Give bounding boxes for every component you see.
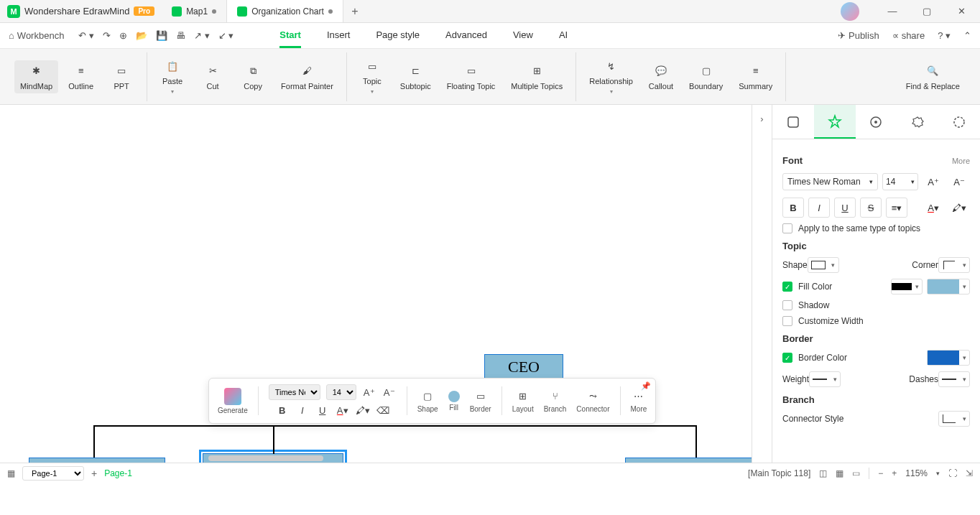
user-avatar[interactable] xyxy=(841,2,859,21)
pages-icon[interactable]: ▦ xyxy=(7,468,15,478)
node-ceo[interactable]: CEO xyxy=(484,354,563,380)
shadow-checkbox[interactable]: Shadow xyxy=(782,300,970,310)
active-page-label[interactable]: Page-1 xyxy=(104,468,132,478)
zoom-out-button[interactable]: − xyxy=(878,468,883,478)
ft-connector[interactable]: ⤳Connector xyxy=(573,389,612,413)
panel-tab-topic[interactable] xyxy=(772,105,814,139)
more-link[interactable]: More xyxy=(952,157,970,165)
undo-icon[interactable]: ↶ ▾ xyxy=(78,30,94,41)
relationship-button[interactable]: ↯Relationship▾ xyxy=(583,55,639,98)
font-color-icon[interactable]: A▾ xyxy=(336,403,350,417)
ft-layout[interactable]: ⊞Layout xyxy=(509,389,537,413)
tab-organization-chart[interactable]: Organization Chart xyxy=(227,0,343,22)
collapse-ribbon-icon[interactable]: ⌃ xyxy=(963,30,971,41)
bold-icon[interactable]: B xyxy=(275,403,290,417)
maximize-button[interactable]: ▢ xyxy=(911,1,943,22)
panel-tab-history[interactable] xyxy=(938,105,980,139)
weight-select[interactable]: ▾ xyxy=(809,371,841,387)
ft-more[interactable]: ⋯More xyxy=(628,389,650,413)
italic-button[interactable]: I xyxy=(808,198,830,218)
underline-button[interactable]: U xyxy=(834,198,856,218)
callout-button[interactable]: 💬Callout xyxy=(643,60,679,93)
corner-select[interactable]: ▾ xyxy=(938,257,970,273)
mindmap-mode-button[interactable]: ✱MindMap xyxy=(14,60,58,93)
topic-button[interactable]: ▭Topic▾ xyxy=(354,55,390,98)
view-mode-1-icon[interactable]: ◫ xyxy=(819,468,827,478)
fill-pattern-select[interactable]: ▾ xyxy=(891,279,923,294)
zoom-in-button[interactable]: + xyxy=(892,468,897,478)
pin-icon[interactable]: 📌 xyxy=(641,381,651,391)
panel-tab-style[interactable] xyxy=(814,105,856,139)
node-event[interactable]: Event Management xyxy=(625,458,752,463)
fullscreen-icon[interactable]: ⇲ xyxy=(966,468,973,478)
dashes-select[interactable]: ▾ xyxy=(938,371,970,387)
border-color-select[interactable]: ▾ xyxy=(927,350,970,366)
redo-icon[interactable]: ↷ xyxy=(103,30,111,41)
font-size-select[interactable]: 14▾ xyxy=(882,173,918,190)
page-select[interactable]: Page-1 xyxy=(22,466,84,481)
workbench-button[interactable]: ⌂ Workbench xyxy=(9,30,64,41)
menu-start[interactable]: Start xyxy=(279,24,301,48)
customize-width-checkbox[interactable]: Customize Width xyxy=(782,316,970,326)
decrease-font-icon[interactable]: A⁻ xyxy=(382,385,397,399)
panel-tab-tag[interactable] xyxy=(856,105,897,139)
ft-shape[interactable]: ▢Shape xyxy=(415,389,441,413)
export-icon[interactable]: ↗ ▾ xyxy=(194,30,210,41)
menu-page-style[interactable]: Page style xyxy=(376,24,420,48)
cut-button[interactable]: ✂Cut xyxy=(195,60,231,93)
connector-style-select[interactable]: ▾ xyxy=(938,411,970,427)
help-icon[interactable]: ? ▾ xyxy=(938,30,951,41)
horizontal-scrollbar[interactable] xyxy=(208,455,323,461)
copy-button[interactable]: ⧉Copy xyxy=(235,60,271,93)
share-button[interactable]: ∝share xyxy=(892,30,925,41)
increase-font-icon[interactable]: A⁺ xyxy=(362,385,376,399)
font-color-button[interactable]: A▾ xyxy=(923,198,944,218)
close-button[interactable]: ✕ xyxy=(946,1,977,22)
publish-button[interactable]: ✈Publish xyxy=(838,30,879,41)
tab-map1[interactable]: Map1 xyxy=(162,0,227,22)
paste-button[interactable]: 📋Paste▾ xyxy=(154,55,190,98)
underline-icon[interactable]: U xyxy=(315,403,330,417)
align-button[interactable]: ≡▾ xyxy=(886,198,907,218)
ft-border[interactable]: ▭Border xyxy=(467,389,494,413)
print-icon[interactable]: 🖶 xyxy=(176,30,185,41)
save-icon[interactable]: 💾 xyxy=(156,30,167,41)
increase-font-button[interactable]: A⁺ xyxy=(923,172,944,192)
new-icon[interactable]: ⊕ xyxy=(119,30,127,41)
canvas[interactable]: CEO HR Management Sale Management Event … xyxy=(0,105,752,463)
view-mode-3-icon[interactable]: ▭ xyxy=(852,468,860,478)
ft-fill[interactable]: Fill xyxy=(445,391,463,412)
menu-view[interactable]: View xyxy=(513,24,533,48)
font-size-select[interactable]: 14 xyxy=(326,384,356,400)
highlight-button[interactable]: 🖍▾ xyxy=(948,198,970,218)
menu-ai[interactable]: AI xyxy=(559,24,568,48)
floating-topic-button[interactable]: ▭Floating Topic xyxy=(441,60,501,93)
boundary-button[interactable]: ▢Boundary xyxy=(683,60,729,93)
summary-button[interactable]: ≡Summary xyxy=(733,60,778,93)
add-page-button[interactable]: + xyxy=(91,468,97,479)
subtopic-button[interactable]: ⊏Subtopic xyxy=(394,60,437,93)
ppt-mode-button[interactable]: ▭PPT xyxy=(103,60,139,93)
view-mode-2-icon[interactable]: ▦ xyxy=(836,468,843,478)
ft-branch[interactable]: ⑂Branch xyxy=(541,389,570,413)
multiple-topics-button[interactable]: ⊞Multiple Topics xyxy=(505,60,568,93)
highlight-icon[interactable]: 🖍▾ xyxy=(356,403,370,417)
node-hr[interactable]: HR Management xyxy=(29,458,165,463)
font-family-select[interactable]: Times New xyxy=(269,384,320,400)
import-icon[interactable]: ↙ ▾ xyxy=(218,30,234,41)
outline-mode-button[interactable]: ≡Outline xyxy=(63,60,99,93)
add-tab-button[interactable]: + xyxy=(343,0,366,22)
fill-color-select[interactable]: ▾ xyxy=(927,279,970,294)
menu-insert[interactable]: Insert xyxy=(327,24,351,48)
zoom-level[interactable]: 115% xyxy=(905,468,928,478)
fit-screen-icon[interactable]: ⛶ xyxy=(948,468,957,478)
fill-color-checkbox[interactable]: ✓Fill Color xyxy=(782,282,832,292)
panel-collapse-button[interactable]: › xyxy=(752,105,772,463)
italic-icon[interactable]: I xyxy=(295,403,310,417)
menu-advanced[interactable]: Advanced xyxy=(445,24,487,48)
border-color-checkbox[interactable]: ✓Border Color xyxy=(782,353,847,363)
clear-format-icon[interactable]: ⌫ xyxy=(376,403,390,417)
open-icon[interactable]: 📂 xyxy=(136,30,147,41)
strikethrough-button[interactable]: S xyxy=(860,198,882,218)
panel-tab-settings[interactable] xyxy=(897,105,938,139)
